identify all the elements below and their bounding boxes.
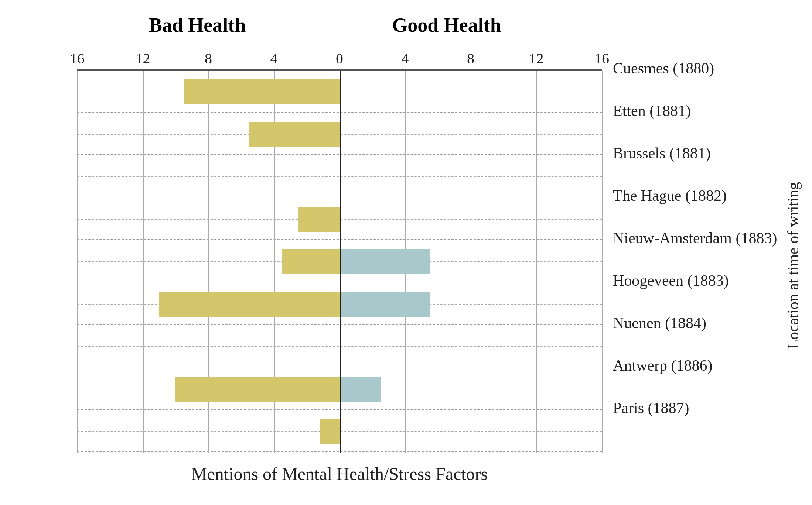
location-label: Nuenen (1884) bbox=[613, 314, 706, 332]
axis-numbers: 16 12 8 4 0 4 8 12 16 bbox=[77, 47, 602, 67]
bad-bar bbox=[249, 122, 340, 147]
location-label: The Hague (1882) bbox=[613, 187, 727, 205]
axis-num-12l: 12 bbox=[136, 50, 150, 67]
axis-num-16r: 16 bbox=[594, 50, 609, 67]
chart-wrapper: Bad Health Good Health 16 12 8 4 0 4 8 1… bbox=[55, 0, 757, 505]
bad-bar bbox=[282, 249, 340, 274]
label-row: Brussels (1881) bbox=[613, 132, 777, 174]
label-row: Paris (1887) bbox=[613, 387, 777, 429]
axis-num-8r: 8 bbox=[467, 50, 474, 67]
location-label: Brussels (1881) bbox=[613, 144, 711, 162]
axis-num-16l: 16 bbox=[70, 50, 85, 67]
vgrid-7 bbox=[536, 71, 537, 453]
axis-num-12r: 12 bbox=[529, 50, 544, 67]
good-bar bbox=[340, 249, 430, 274]
axis-num-8l: 8 bbox=[205, 50, 212, 67]
bad-bar bbox=[175, 377, 340, 402]
good-health-title: Good Health bbox=[392, 14, 501, 37]
vgrid-8 bbox=[602, 71, 603, 453]
label-row: Cuesmes (1880) bbox=[613, 47, 777, 89]
label-row: Etten (1881) bbox=[613, 89, 777, 132]
good-bar bbox=[340, 377, 381, 402]
location-label: Etten (1881) bbox=[613, 102, 691, 120]
label-row: Nuenen (1884) bbox=[613, 302, 777, 344]
location-label: Nieuw-Amsterdam (1883) bbox=[613, 229, 777, 247]
location-label: Hoogeveen (1883) bbox=[613, 272, 729, 289]
label-row: Nieuw-Amsterdam (1883) bbox=[613, 217, 777, 259]
location-label: Antwerp (1886) bbox=[613, 357, 712, 374]
good-bar bbox=[340, 292, 430, 317]
location-label: Cuesmes (1880) bbox=[613, 59, 714, 77]
bad-bar bbox=[159, 292, 340, 317]
bad-bar bbox=[298, 207, 340, 232]
label-row: Hoogeveen (1883) bbox=[613, 259, 777, 302]
main-area: 16 12 8 4 0 4 8 12 16 bbox=[55, 47, 757, 484]
y-axis-title: Location at time of writing bbox=[784, 182, 802, 349]
vgrid-0 bbox=[77, 71, 78, 453]
bad-health-title: Bad Health bbox=[149, 14, 246, 37]
label-row: The Hague (1882) bbox=[613, 174, 777, 217]
axis-num-4r: 4 bbox=[402, 50, 409, 67]
chart-section: 16 12 8 4 0 4 8 12 16 bbox=[55, 47, 602, 484]
x-axis-title: Mentions of Mental Health/Stress Factors bbox=[77, 464, 602, 484]
axis-num-0: 0 bbox=[336, 50, 343, 67]
bad-bar bbox=[320, 419, 340, 444]
label-row: Antwerp (1886) bbox=[613, 344, 777, 387]
bad-bar bbox=[184, 79, 340, 104]
axis-num-4l: 4 bbox=[270, 50, 278, 67]
zero-line bbox=[340, 71, 341, 453]
vgrid-1 bbox=[143, 71, 144, 453]
vgrid-6 bbox=[471, 71, 471, 453]
location-label: Paris (1887) bbox=[613, 399, 689, 417]
labels-area: Cuesmes (1880)Etten (1881)Brussels (1881… bbox=[613, 47, 777, 429]
bars-area bbox=[77, 69, 602, 453]
